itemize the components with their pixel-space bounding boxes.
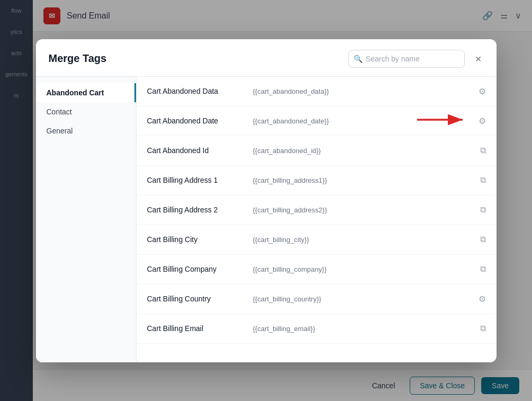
table-row: Cart Billing Address 1 {{cart_billing_ad… <box>137 166 497 195</box>
tags-list: Cart Abandoned Data {{cart_abandoned_dat… <box>137 77 497 362</box>
modal-title: Merge Tags <box>49 52 107 65</box>
gear-icon[interactable]: ⚙ <box>479 116 486 126</box>
table-row: Cart Abandoned Date {{cart_abandoned_dat… <box>137 106 497 136</box>
tag-name: Cart Billing Company <box>147 265 253 273</box>
tag-name: Cart Billing Country <box>147 295 253 303</box>
tag-value: {{cart_billing_address1}} <box>253 176 474 184</box>
tag-name: Cart Abandoned Date <box>147 117 253 125</box>
modal-sidebar: Abandoned Cart Contact General <box>36 77 137 362</box>
modal-body: Abandoned Cart Contact General Cart Aban… <box>36 77 497 362</box>
modal-header: Merge Tags 🔍 × <box>36 39 497 77</box>
tag-value: {{cart_abandoned_date}} <box>253 117 472 125</box>
table-row: Cart Abandoned Data {{cart_abandoned_dat… <box>137 77 497 106</box>
tag-name: Cart Abandoned Id <box>147 146 253 155</box>
gear-icon[interactable]: ⚙ <box>479 294 486 304</box>
modal-overlay: Merge Tags 🔍 × Abandoned Cart Contact Ge… <box>0 0 532 401</box>
tag-value: {{cart_billing_company}} <box>253 265 474 273</box>
tag-value: {{cart_billing_country}} <box>253 295 472 303</box>
tag-name: Cart Abandoned Data <box>147 87 253 95</box>
copy-icon[interactable]: ⧉ <box>480 235 486 244</box>
tag-value: {{cart_billing_email}} <box>253 325 474 333</box>
copy-icon[interactable]: ⧉ <box>480 175 486 185</box>
tag-value: {{cart_abandoned_data}} <box>253 87 472 95</box>
tag-value: {{cart_billing_address2}} <box>253 206 474 214</box>
table-row: Cart Billing Company {{cart_billing_comp… <box>137 255 497 284</box>
gear-icon[interactable]: ⚙ <box>479 86 486 96</box>
tag-value: {{cart_billing_city}} <box>253 236 474 244</box>
tag-name: Cart Billing City <box>147 235 253 244</box>
sidebar-item-general[interactable]: General <box>36 121 136 140</box>
copy-icon[interactable]: ⧉ <box>480 146 486 155</box>
table-row: Cart Billing Country {{cart_billing_coun… <box>137 284 497 314</box>
search-input[interactable] <box>348 50 465 68</box>
copy-icon[interactable]: ⧉ <box>480 205 486 215</box>
tag-name: Cart Billing Address 1 <box>147 176 253 184</box>
search-icon: 🔍 <box>354 55 363 63</box>
tag-value: {{cart_abandoned_id}} <box>253 147 474 155</box>
close-button[interactable]: × <box>473 51 484 66</box>
table-row: Cart Billing Email {{cart_billing_email}… <box>137 314 497 344</box>
table-row: Cart Billing City {{cart_billing_city}} … <box>137 225 497 255</box>
tag-name: Cart Billing Address 2 <box>147 206 253 214</box>
table-row: Cart Abandoned Id {{cart_abandoned_id}} … <box>137 136 497 166</box>
tag-name: Cart Billing Email <box>147 324 253 333</box>
copy-icon[interactable]: ⧉ <box>480 324 486 333</box>
copy-icon[interactable]: ⧉ <box>480 264 486 274</box>
merge-tags-modal: Merge Tags 🔍 × Abandoned Cart Contact Ge… <box>36 39 497 362</box>
search-wrapper: 🔍 <box>348 50 465 68</box>
sidebar-item-contact[interactable]: Contact <box>36 102 136 121</box>
sidebar-item-abandoned-cart[interactable]: Abandoned Cart <box>36 83 136 102</box>
table-row: Cart Billing Address 2 {{cart_billing_ad… <box>137 195 497 225</box>
